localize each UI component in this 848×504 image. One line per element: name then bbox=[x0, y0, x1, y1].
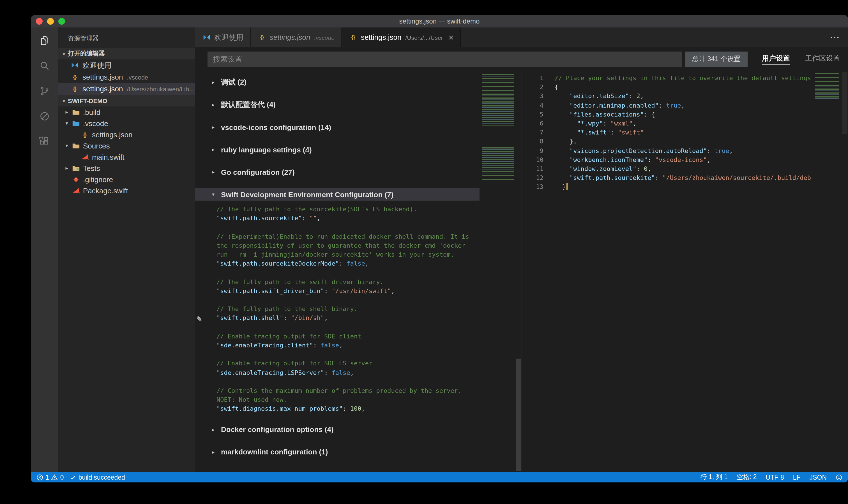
check-icon bbox=[70, 474, 76, 481]
code-line bbox=[195, 269, 481, 277]
welcome-icon bbox=[202, 33, 211, 42]
default-settings-code-block: // The fully path to the sourcekite(SDE'… bbox=[195, 205, 481, 414]
workbench: 资源管理器 打开的编辑器 欢迎使用{}settings.json.vscode{… bbox=[31, 28, 848, 472]
code-line: 6 "*.wpy": "wxml", bbox=[522, 119, 811, 128]
settings-section-debug[interactable]: ▸调试 (2) bbox=[195, 71, 522, 94]
settings-scope-user[interactable]: 用户设置 bbox=[762, 54, 790, 65]
code-line: 10 "workbench.iconTheme": "vscode-icons"… bbox=[522, 156, 811, 165]
code-line: // Controls the maximum number of proble… bbox=[195, 386, 481, 396]
open-editors-header-label: 打开的编辑器 bbox=[68, 49, 105, 58]
code-text: "*.swift": "swift" bbox=[543, 128, 644, 137]
folder-vscode-icon bbox=[71, 119, 80, 128]
welcome-icon bbox=[70, 61, 79, 70]
code-line: 3 "editor.tabSize": 2, bbox=[522, 92, 811, 101]
settings-count-badge: 总计 341 个设置 bbox=[685, 52, 747, 67]
close-window-button[interactable] bbox=[36, 18, 42, 25]
line-number: 11 bbox=[522, 165, 543, 174]
default-settings-pane: ▸调试 (2)▸默认配置替代 (4)▸vscode-icons configur… bbox=[195, 71, 522, 472]
tab-welcome[interactable]: 欢迎使用 bbox=[195, 28, 251, 47]
open-editor-label: 欢迎使用 bbox=[83, 60, 111, 70]
code-text: "workbench.iconTheme": "vscode-icons", bbox=[543, 156, 711, 165]
scrollbar-thumb[interactable] bbox=[842, 72, 847, 134]
warning-count: 0 bbox=[60, 474, 64, 481]
line-number: 1 bbox=[522, 74, 543, 83]
feedback-smiley-icon[interactable] bbox=[836, 474, 842, 481]
activity-source-control-button[interactable] bbox=[31, 78, 58, 104]
tree-item-label: Package.swift bbox=[83, 186, 128, 195]
tree-item-tests[interactable]: ▸Tests bbox=[58, 162, 195, 174]
project-header[interactable]: SWIFT-DEMO bbox=[58, 95, 195, 106]
line-number: 2 bbox=[522, 83, 543, 92]
settings-section-docker[interactable]: ▸Docker configuration options (4) bbox=[195, 418, 522, 441]
open-editor-welcome[interactable]: 欢迎使用 bbox=[58, 59, 195, 71]
close-icon[interactable]: × bbox=[449, 33, 454, 41]
minimap[interactable] bbox=[814, 71, 840, 472]
code-line: 9 "vsicons.projectDetection.autoReload":… bbox=[522, 146, 811, 156]
settings-header: 总计 341 个设置 用户设置工作区设置 bbox=[195, 47, 848, 71]
user-settings-code[interactable]: 1// Place your settings in this file to … bbox=[522, 74, 811, 472]
code-line: 12 "swift.path.sourcekite": "/Users/zhou… bbox=[522, 174, 811, 183]
tab-settings-json-vscode[interactable]: {}settings.json.vscode bbox=[251, 28, 342, 47]
code-line: // The fully path to the sourcekite(SDE'… bbox=[195, 205, 481, 214]
tab-settings-json-user[interactable]: {}settings.json/Users/.../User× bbox=[342, 28, 461, 47]
json-icon: {} bbox=[80, 130, 89, 139]
open-editor-settings-json-user[interactable]: {}settings.json/Users/zhoukaiwen/Lib... bbox=[58, 83, 195, 95]
settings-section-go[interactable]: ▸Go configuration (27) bbox=[195, 161, 522, 183]
tree-item-main-swift[interactable]: main.swift bbox=[58, 151, 195, 162]
code-line bbox=[195, 378, 481, 386]
activity-debug-button[interactable] bbox=[31, 104, 58, 129]
open-editor-label: settings.json bbox=[83, 73, 123, 81]
minimize-window-button[interactable] bbox=[47, 18, 54, 25]
open-editors-header[interactable]: 打开的编辑器 bbox=[58, 48, 195, 59]
status-indentation[interactable]: 空格: 2 bbox=[737, 473, 757, 481]
status-language-mode[interactable]: JSON bbox=[810, 474, 827, 481]
tree-item-sources[interactable]: ▾Sources bbox=[58, 140, 195, 151]
tree-item-build[interactable]: ▸.build bbox=[58, 106, 195, 118]
line-number: 9 bbox=[522, 146, 543, 156]
problems-indicator[interactable]: 1 0 bbox=[36, 474, 64, 481]
settings-section-swift-sde[interactable]: ▾Swift Development Environment Configura… bbox=[195, 188, 480, 201]
line-number: 4 bbox=[522, 101, 543, 110]
line-number: 3 bbox=[522, 92, 543, 101]
status-encoding[interactable]: UTF-8 bbox=[766, 474, 784, 481]
titlebar[interactable]: settings.json — swift-demo bbox=[31, 15, 848, 28]
line-number: 5 bbox=[522, 110, 543, 119]
tab-description: .vscode bbox=[314, 34, 334, 41]
status-eol[interactable]: LF bbox=[793, 474, 801, 481]
code-line: 11 "window.zoomLevel": 0, bbox=[522, 165, 811, 174]
settings-section-vscode-icons[interactable]: ▸vscode-icons configuration (14) bbox=[195, 116, 522, 139]
default-settings-content: ▸调试 (2)▸默认配置替代 (4)▸vscode-icons configur… bbox=[195, 71, 522, 472]
tree-item-gitignore[interactable]: .gitignore bbox=[58, 174, 195, 185]
tree-item-package-swift[interactable]: Package.swift bbox=[58, 185, 195, 196]
status-cursor-position[interactable]: 行 1, 列 1 bbox=[700, 473, 728, 481]
code-line: 7 "*.swift": "swift" bbox=[522, 128, 811, 137]
tree-item-settings-json[interactable]: {}settings.json bbox=[58, 129, 195, 140]
code-line: // The fully path to the shell binary. bbox=[195, 305, 481, 314]
more-actions-button[interactable]: ··· bbox=[822, 33, 848, 42]
settings-section-default-overrides[interactable]: ▸默认配置替代 (4) bbox=[195, 94, 522, 116]
settings-search-input[interactable] bbox=[208, 52, 682, 67]
code-line: // The fully path to the swift driver bi… bbox=[195, 277, 481, 287]
json-icon: {} bbox=[70, 84, 79, 93]
tree-item-vscode[interactable]: ▾.vscode bbox=[58, 118, 195, 129]
settings-scope-workspace[interactable]: 工作区设置 bbox=[805, 54, 840, 65]
minimap[interactable] bbox=[481, 71, 515, 472]
build-status[interactable]: build succeeded bbox=[70, 474, 125, 481]
scrollbar-thumb[interactable] bbox=[516, 359, 521, 471]
minimap-chunk bbox=[815, 73, 839, 100]
activity-extensions-button[interactable] bbox=[31, 129, 58, 154]
minimap-chunk bbox=[482, 147, 514, 180]
code-line bbox=[195, 323, 481, 332]
folder-test-icon bbox=[71, 164, 80, 173]
tree-item-label: Tests bbox=[83, 164, 100, 172]
activity-explorer-button[interactable] bbox=[31, 28, 58, 53]
chevron-down-icon: ▾ bbox=[62, 121, 71, 126]
settings-section-markdownlint[interactable]: ▸markdownlint configuration (1) bbox=[195, 441, 522, 463]
open-editor-settings-json-vscode[interactable]: {}settings.json.vscode bbox=[58, 71, 195, 83]
source-control-icon bbox=[38, 85, 51, 97]
activity-search-button[interactable] bbox=[31, 53, 58, 78]
json-icon: {} bbox=[349, 33, 358, 42]
tree-item-label: main.swift bbox=[92, 153, 124, 161]
settings-section-ruby[interactable]: ▸ruby language settings (4) bbox=[195, 139, 522, 161]
zoom-window-button[interactable] bbox=[58, 18, 65, 25]
